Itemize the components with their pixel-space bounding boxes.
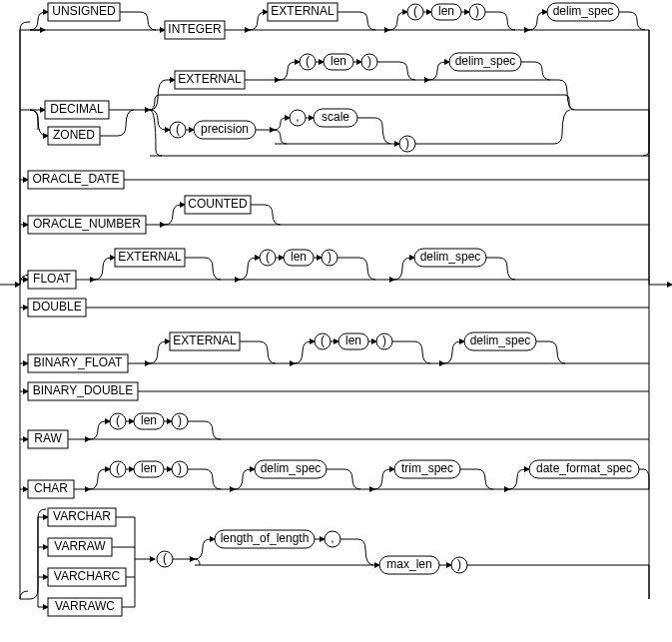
length-of-length: length_of_length	[221, 531, 310, 545]
len-10: len	[141, 461, 157, 475]
rparen-9: )	[178, 413, 182, 427]
railroad-diagram: UNSIGNED INTEGER EXTERNAL ( len ) delim_…	[0, 0, 672, 642]
rparen-10: )	[178, 461, 182, 475]
varchar-keyword: VARCHAR	[53, 509, 111, 523]
oracle-date-keyword: ORACLE_DATE	[32, 172, 119, 186]
decimal-keyword: DECIMAL	[50, 102, 104, 116]
raw-keyword: RAW	[34, 431, 62, 445]
lparen-9: (	[116, 413, 120, 427]
delim-spec-5: delim_spec	[420, 250, 481, 264]
date-format-spec: date_format_spec	[536, 461, 632, 475]
unsigned-keyword: UNSIGNED	[52, 4, 116, 18]
double-keyword: DOUBLE	[32, 300, 81, 314]
len-7: len	[345, 333, 361, 347]
comma-11: ,	[331, 531, 334, 545]
oracle-number-keyword: ORACLE_NUMBER	[33, 217, 141, 231]
delim-spec-2: delim_spec	[455, 54, 516, 68]
lparen-10: (	[116, 461, 120, 475]
lparen-7: (	[321, 333, 325, 347]
scale: scale	[322, 110, 349, 124]
max-len: max_len	[386, 557, 431, 571]
rparen-5: )	[328, 250, 332, 264]
integer-keyword: INTEGER	[168, 22, 222, 36]
external-keyword-3: EXTERNAL	[118, 250, 182, 264]
varraw-keyword: VARRAW	[54, 539, 106, 553]
lparen-5: (	[266, 250, 270, 264]
external-keyword-2: EXTERNAL	[178, 72, 242, 86]
varrawc-keyword: VARRAWC	[55, 599, 115, 613]
binary-float-keyword: BINARY_FLOAT	[34, 355, 124, 369]
lparen-2: (	[306, 54, 310, 68]
comma-1: ,	[296, 110, 299, 124]
trim-spec: trim_spec	[401, 461, 453, 475]
rparen-1: )	[475, 4, 479, 18]
lparen-11: (	[163, 551, 167, 565]
lparen-1: (	[413, 4, 417, 18]
binary-double-keyword: BINARY_DOUBLE	[33, 383, 133, 397]
zoned-keyword: ZONED	[53, 128, 95, 142]
external-keyword-7: EXTERNAL	[173, 333, 237, 347]
len-1: len	[438, 4, 454, 18]
rparen-3: )	[405, 136, 409, 150]
float-keyword: FLOAT	[33, 272, 71, 286]
lparen-3: (	[176, 122, 180, 136]
rparen-11: )	[457, 557, 461, 571]
char-keyword: CHAR	[34, 481, 68, 495]
len-2: len	[331, 54, 346, 68]
rparen-7: )	[382, 333, 386, 347]
len-9: len	[141, 413, 157, 427]
varcharc-keyword: VARCHARC	[54, 569, 121, 583]
counted-keyword: COUNTED	[188, 197, 248, 211]
rparen-2: )	[367, 54, 371, 68]
precision: precision	[201, 122, 249, 136]
len-5: len	[291, 250, 307, 264]
delim-spec-1: delim_spec	[553, 4, 614, 18]
delim-spec-10: delim_spec	[261, 461, 322, 475]
external-keyword-1: EXTERNAL	[271, 4, 335, 18]
delim-spec-7: delim_spec	[470, 333, 531, 347]
